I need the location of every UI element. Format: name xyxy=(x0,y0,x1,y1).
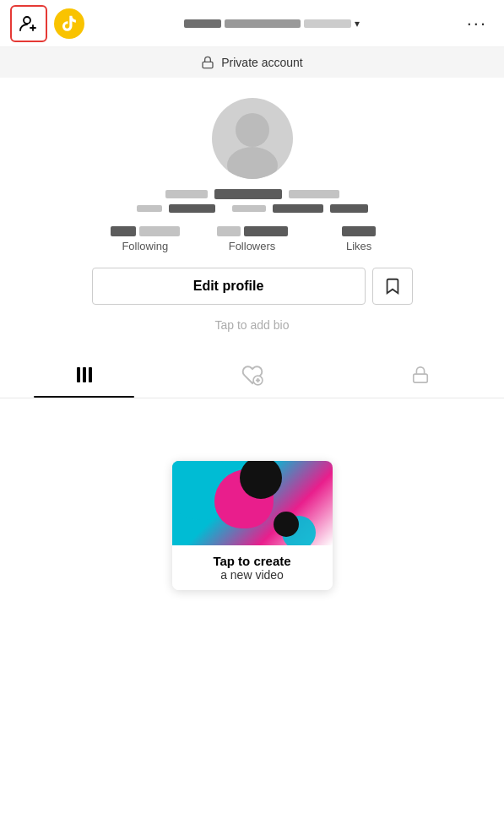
svg-point-5 xyxy=(227,147,278,179)
avatar xyxy=(212,98,293,179)
likes-value-row xyxy=(342,226,376,236)
avatar-container xyxy=(212,98,293,179)
username-blur-3 xyxy=(304,19,351,28)
tab-private[interactable] xyxy=(336,352,504,398)
display-name-row xyxy=(165,189,339,199)
handle-blur-2 xyxy=(169,204,215,213)
svg-rect-12 xyxy=(413,374,427,382)
stat-likes[interactable]: Likes xyxy=(306,226,413,252)
grid-videos-icon xyxy=(74,365,95,385)
tab-videos[interactable] xyxy=(0,352,168,398)
add-user-icon xyxy=(19,14,39,34)
followers-label: Followers xyxy=(229,240,276,252)
private-account-banner: Private account xyxy=(0,47,504,78)
tab-liked[interactable] xyxy=(168,352,336,398)
username-blur-1 xyxy=(184,19,221,28)
svg-rect-11 xyxy=(255,379,259,381)
header-left xyxy=(10,5,84,42)
chevron-down-icon: ▾ xyxy=(355,18,360,30)
stats-row: Following Followers Likes xyxy=(92,226,413,252)
likes-value-blur-1 xyxy=(342,226,376,236)
svg-rect-6 xyxy=(77,367,80,382)
lock-icon xyxy=(201,56,214,69)
svg-rect-7 xyxy=(83,367,86,382)
following-value-blur-2 xyxy=(139,226,180,236)
followers-value-blur-1 xyxy=(217,226,241,236)
handle-blur-5 xyxy=(330,204,368,213)
handle-blur-1 xyxy=(137,205,162,212)
private-account-text: Private account xyxy=(221,56,303,69)
liked-videos-icon xyxy=(241,364,263,386)
svg-point-4 xyxy=(236,113,269,147)
display-name-blur-1 xyxy=(165,190,208,198)
username-bar[interactable]: ▾ xyxy=(184,18,360,30)
display-name-blur-2 xyxy=(214,189,282,199)
more-options-button[interactable]: ··· xyxy=(460,9,494,38)
tiktok-logo xyxy=(54,8,84,39)
tiktok-note-icon xyxy=(60,14,79,33)
create-card-subtitle: a new video xyxy=(179,568,326,582)
followers-value-blur-2 xyxy=(244,226,288,236)
svg-rect-8 xyxy=(89,367,92,382)
create-card-title: Tap to create xyxy=(179,554,326,568)
following-label: Following xyxy=(122,240,168,252)
followers-value-row xyxy=(217,226,288,236)
create-video-card[interactable]: Tap to create a new video xyxy=(172,461,333,590)
svg-point-0 xyxy=(24,17,30,24)
profile-username-section xyxy=(137,189,368,213)
edit-profile-button[interactable]: Edit profile xyxy=(92,268,366,305)
username-blur-2 xyxy=(225,19,301,28)
likes-label: Likes xyxy=(346,240,371,252)
profile-section: Following Followers Likes Edit profile T… xyxy=(0,78,504,352)
header: ▾ ··· xyxy=(0,0,504,47)
create-card-text: Tap to create a new video xyxy=(172,545,333,590)
bookmark-icon xyxy=(383,277,402,295)
following-value-blur-1 xyxy=(111,226,136,236)
following-value-row xyxy=(111,226,180,236)
header-center[interactable]: ▾ xyxy=(184,18,360,30)
bio-placeholder[interactable]: Tap to add bio xyxy=(215,318,290,332)
svg-rect-3 xyxy=(203,62,213,68)
tabs-row xyxy=(0,352,504,398)
content-area: Tap to create a new video xyxy=(0,398,504,652)
default-avatar-icon xyxy=(212,98,293,179)
add-user-button[interactable] xyxy=(10,5,47,42)
blob-decoration-3 xyxy=(240,461,282,499)
private-videos-lock-icon xyxy=(411,366,430,384)
create-card-image xyxy=(172,461,333,545)
bookmark-button[interactable] xyxy=(372,268,413,305)
stat-following[interactable]: Following xyxy=(92,226,199,252)
handle-row xyxy=(137,204,368,213)
handle-blur-3 xyxy=(232,205,266,212)
handle-blur-4 xyxy=(273,204,323,213)
action-buttons: Edit profile xyxy=(92,268,413,305)
display-name-blur-3 xyxy=(289,190,339,198)
stat-followers[interactable]: Followers xyxy=(198,226,306,252)
blob-decoration-5 xyxy=(274,512,299,537)
